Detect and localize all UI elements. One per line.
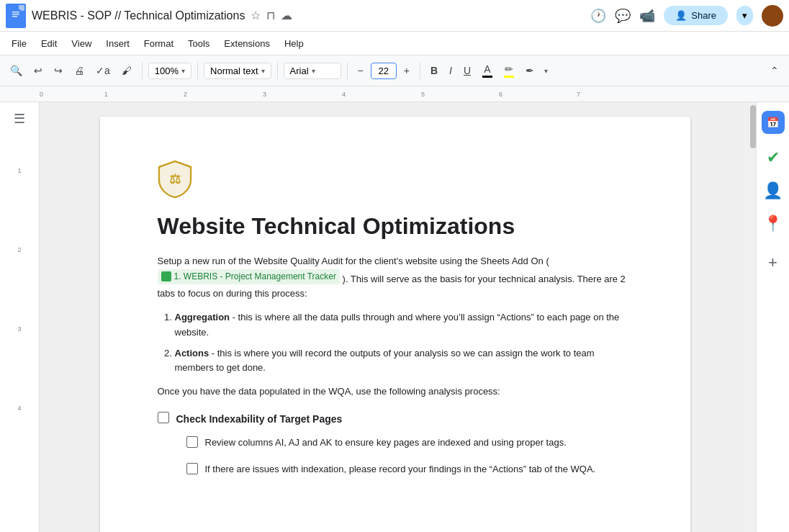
ruler-mark-5: 5 [421, 91, 425, 98]
underline-button[interactable]: U [459, 62, 475, 79]
star-icon[interactable]: ☆ [251, 9, 261, 22]
document-title-heading: Website Technical Optimizations [158, 213, 633, 240]
separator-3 [277, 62, 278, 79]
checkbox-box-2[interactable] [186, 436, 198, 448]
separator-1 [142, 62, 143, 79]
spellcheck-button[interactable]: ✓a [91, 62, 114, 79]
checkbox-indexation-issues: If there are issues with indexation, ple… [186, 462, 633, 477]
cloud-icon[interactable]: ☁ [281, 9, 292, 22]
logo-container: ⚖ [158, 160, 633, 202]
scrollbar-thumb[interactable] [750, 105, 756, 148]
chat-icon[interactable]: 💬 [615, 8, 631, 24]
text-style-chevron: ▾ [261, 67, 265, 75]
aggregation-desc: - this is where all the data pulls throu… [175, 312, 620, 338]
font-size-box[interactable]: 22 [371, 63, 397, 79]
separator-2 [197, 62, 198, 79]
pen-button[interactable]: ✒ [521, 62, 538, 79]
checkbox-box-1[interactable] [158, 412, 169, 423]
margin-markers: 1 2 3 4 [17, 167, 21, 412]
list-item-2: Actions - this is where you will record … [175, 346, 633, 377]
font-chevron: ▾ [312, 67, 315, 75]
font-color-button[interactable]: A [478, 60, 497, 81]
menu-tools[interactable]: Tools [182, 35, 215, 52]
menu-format[interactable]: Format [138, 35, 179, 52]
redo-button[interactable]: ↪ [50, 62, 67, 79]
toolbar: 🔍 ↩ ↪ 🖨 ✓a 🖌 100% ▾ Normal text ▾ Arial … [0, 55, 789, 86]
ruler-mark-6: 6 [499, 91, 502, 98]
ruler-mark-7: 7 [577, 91, 580, 98]
webris-logo: ⚖ [158, 160, 192, 199]
font-size-value: 22 [378, 66, 388, 76]
ruler: 0 1 2 3 4 5 6 7 [0, 86, 789, 102]
list-item-1: Aggregation - this is where all the data… [175, 310, 633, 341]
share-button[interactable]: 👤 Share [664, 6, 728, 25]
svg-rect-2 [12, 14, 19, 15]
menu-view[interactable]: View [66, 35, 97, 52]
separator-4 [347, 62, 348, 79]
calendar-icon[interactable]: 📅 [762, 111, 785, 134]
share-dropdown-button[interactable]: ▾ [736, 6, 753, 25]
menu-extensions[interactable]: Extensions [218, 35, 276, 52]
font-dropdown[interactable]: Arial ▾ [284, 63, 341, 79]
scrollbar-track[interactable] [750, 102, 756, 532]
zoom-value: 100% [155, 66, 179, 76]
margin-2: 2 [17, 246, 21, 253]
checkbox-label-3: If there are issues with indexation, ple… [205, 462, 596, 477]
paint-format-button[interactable]: 🖌 [117, 62, 136, 79]
ruler-mark-0: 0 [40, 91, 43, 98]
video-icon[interactable]: 📹 [639, 8, 655, 24]
intro-paragraph: Setup a new run of the Website Quality A… [158, 254, 633, 302]
right-sidebar: 📅 ✔ 👤 📍 + [756, 102, 789, 532]
title-bar-right: 🕐 💬 📹 👤 Share ▾ [590, 5, 783, 27]
checkbox-label-2: Review columns AI, AJ and AK to ensure k… [205, 436, 567, 451]
zoom-chevron: ▾ [181, 67, 185, 75]
title-icons: ☆ ⊓ ☁ [251, 9, 292, 22]
bold-button[interactable]: B [426, 62, 442, 79]
highlight-indicator: ✏ [504, 63, 514, 78]
menu-insert[interactable]: Insert [100, 35, 135, 52]
history-icon[interactable]: 🕐 [590, 8, 606, 24]
tasks-icon[interactable]: ✔ [767, 148, 780, 167]
search-button[interactable]: 🔍 [6, 62, 27, 79]
menu-file[interactable]: File [6, 35, 32, 52]
more-tools-chevron[interactable]: ▾ [544, 67, 548, 75]
project-tracker-badge[interactable]: 1. WEBRIS - Project Management Tracker [158, 269, 340, 284]
highlight-button[interactable]: ✏ [500, 60, 518, 81]
mid-paragraph: Once you have the data populated in the … [158, 384, 633, 400]
checkbox-label-1: Check Indexability of Target Pages [176, 411, 343, 427]
title-bar-left: WEBRIS - SOP // Technical Optimizations … [6, 4, 590, 28]
zoom-control[interactable]: 100% ▾ [148, 63, 191, 79]
margin-1: 1 [17, 167, 21, 174]
maps-icon[interactable]: 📍 [763, 215, 783, 233]
margin-3: 3 [17, 325, 21, 333]
text-style-dropdown[interactable]: Normal text ▾ [204, 63, 271, 79]
outline-icon[interactable]: ☰ [14, 111, 25, 127]
badge-label: 1. WEBRIS - Project Management Tracker [174, 270, 336, 284]
svg-text:⚖: ⚖ [169, 172, 181, 186]
document-area[interactable]: ⚖ Website Technical Optimizations Setup … [40, 102, 750, 532]
contacts-icon[interactable]: 👤 [763, 181, 783, 200]
increase-font-button[interactable]: + [400, 62, 414, 79]
decrease-font-button[interactable]: − [353, 62, 368, 79]
menu-edit[interactable]: Edit [35, 35, 63, 52]
font-value: Arial [290, 66, 309, 76]
menu-help[interactable]: Help [279, 35, 310, 52]
text-style-value: Normal text [210, 66, 258, 76]
tabs-list: Aggregation - this is where all the data… [158, 310, 633, 376]
checkbox-box-3[interactable] [186, 463, 198, 474]
user-avatar[interactable] [762, 5, 783, 27]
actions-term: Actions [175, 348, 209, 359]
folder-icon[interactable]: ⊓ [266, 9, 275, 22]
document-page: ⚖ Website Technical Optimizations Setup … [100, 117, 690, 532]
actions-desc: - this is where you will record the outp… [175, 348, 595, 374]
print-button[interactable]: 🖨 [70, 62, 89, 79]
share-label: Share [691, 10, 716, 21]
doc-icon [6, 4, 26, 28]
checkbox-review-columns: Review columns AI, AJ and AK to ensure k… [186, 436, 633, 451]
collapse-toolbar-button[interactable]: ⌃ [766, 62, 783, 79]
svg-rect-3 [12, 16, 17, 17]
undo-button[interactable]: ↩ [30, 62, 47, 79]
add-icon[interactable]: + [768, 253, 777, 272]
italic-button[interactable]: I [445, 62, 456, 79]
title-bar: WEBRIS - SOP // Technical Optimizations … [0, 0, 789, 32]
